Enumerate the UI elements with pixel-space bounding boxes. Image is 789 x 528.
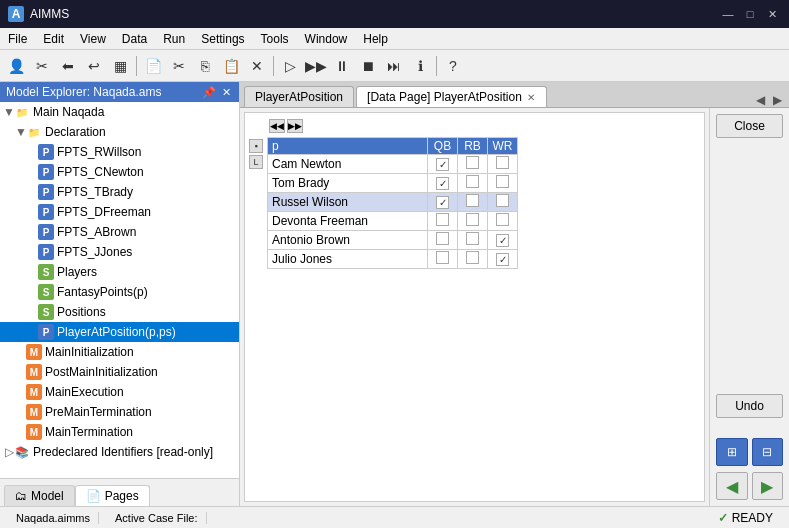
toolbar-cut-icon[interactable]: ✂ xyxy=(30,54,54,78)
checkbox-cell[interactable] xyxy=(458,193,488,212)
tree-item-jjones[interactable]: ▷ P FPTS_JJones xyxy=(0,242,239,262)
tree-item-fantasypoints[interactable]: ▷ S FantasyPoints(p) xyxy=(0,282,239,302)
tree-item-positions[interactable]: ▷ S Positions xyxy=(0,302,239,322)
toolbar-scissors-icon[interactable]: ✂ xyxy=(167,54,191,78)
close-window-button[interactable]: ✕ xyxy=(763,6,781,22)
checkbox-cell[interactable] xyxy=(458,155,488,174)
tree-toggle-declaration[interactable]: ▼ xyxy=(16,125,26,139)
tree-item-abrown[interactable]: ▷ P FPTS_ABrown xyxy=(0,222,239,242)
checkbox[interactable] xyxy=(436,232,449,245)
checkbox-cell[interactable] xyxy=(488,174,518,193)
checkbox[interactable] xyxy=(466,194,479,207)
tab-pages[interactable]: 📄 Pages xyxy=(75,485,150,506)
toolbar-user-icon[interactable]: 👤 xyxy=(4,54,28,78)
menu-settings[interactable]: Settings xyxy=(193,28,252,49)
tree-item-mainterm[interactable]: ▷ M MainTermination xyxy=(0,422,239,442)
checkbox[interactable] xyxy=(466,156,479,169)
tree-item-declaration[interactable]: ▼ 📁 Declaration xyxy=(0,122,239,142)
toolbar-copy-icon[interactable]: ⎘ xyxy=(193,54,217,78)
nav-left-button[interactable]: ◀ xyxy=(716,472,748,500)
tree-item-cnewton[interactable]: ▷ P FPTS_CNewton xyxy=(0,162,239,182)
checkbox[interactable] xyxy=(436,251,449,264)
menu-edit[interactable]: Edit xyxy=(35,28,72,49)
checkbox-cell[interactable] xyxy=(458,212,488,231)
tab-nav-left[interactable]: ◀ xyxy=(753,93,768,107)
menu-view[interactable]: View xyxy=(72,28,114,49)
grid-nav-expand[interactable]: ▶▶ xyxy=(287,119,303,133)
checkbox[interactable] xyxy=(436,196,449,209)
checkbox[interactable] xyxy=(466,232,479,245)
checkbox[interactable] xyxy=(496,213,509,226)
checkbox[interactable] xyxy=(496,253,509,266)
tree-item-playeratposition[interactable]: ▷ P PlayerAtPosition(p,ps) xyxy=(0,322,239,342)
grid-nav-collapse[interactable]: ◀◀ xyxy=(269,119,285,133)
table-row[interactable]: Antonio Brown xyxy=(268,231,518,250)
tree-toggle-predeclared[interactable]: ▷ xyxy=(4,445,14,459)
menu-tools[interactable]: Tools xyxy=(253,28,297,49)
toolbar-paste-icon[interactable]: 📋 xyxy=(219,54,243,78)
toolbar-run5-icon[interactable]: ⏭ xyxy=(382,54,406,78)
toolbar-grid-icon[interactable]: ▦ xyxy=(108,54,132,78)
toolbar-undo-icon[interactable]: ↩ xyxy=(82,54,106,78)
checkbox[interactable] xyxy=(436,158,449,171)
checkbox[interactable] xyxy=(466,175,479,188)
checkbox-cell[interactable] xyxy=(428,174,458,193)
tab-datapage-playeratposition[interactable]: [Data Page] PlayerAtPosition ✕ xyxy=(356,86,547,107)
tab-model[interactable]: 🗂 Model xyxy=(4,485,75,506)
menu-data[interactable]: Data xyxy=(114,28,155,49)
color-btn-2[interactable]: ⊟ xyxy=(752,438,784,466)
checkbox-cell[interactable] xyxy=(428,212,458,231)
checkbox[interactable] xyxy=(496,156,509,169)
table-row[interactable]: Tom Brady xyxy=(268,174,518,193)
tree-item-tbrady[interactable]: ▷ P FPTS_TBrady xyxy=(0,182,239,202)
checkbox-cell[interactable] xyxy=(428,155,458,174)
tree-item-postmaininit[interactable]: ▷ M PostMainInitialization xyxy=(0,362,239,382)
checkbox-cell[interactable] xyxy=(488,212,518,231)
checkbox-cell[interactable] xyxy=(488,193,518,212)
tree-item-dfreeman[interactable]: ▷ P FPTS_DFreeman xyxy=(0,202,239,222)
panel-pin-button[interactable]: 📌 xyxy=(200,86,218,99)
tree-item-players[interactable]: ▷ S Players xyxy=(0,262,239,282)
tree-item-premainterm[interactable]: ▷ M PreMainTermination xyxy=(0,402,239,422)
tree-item-maininitialization[interactable]: ▷ M MainInitialization xyxy=(0,342,239,362)
menu-help[interactable]: Help xyxy=(355,28,396,49)
tree-toggle-root[interactable]: ▼ xyxy=(4,105,14,119)
minimize-button[interactable]: — xyxy=(719,6,737,22)
table-row[interactable]: Devonta Freeman xyxy=(268,212,518,231)
tree-item-mainexecution[interactable]: ▷ M MainExecution xyxy=(0,382,239,402)
panel-close-button[interactable]: ✕ xyxy=(220,86,233,99)
toolbar-run3-icon[interactable]: ⏸ xyxy=(330,54,354,78)
checkbox[interactable] xyxy=(436,177,449,190)
toolbar-run4-icon[interactable]: ⏹ xyxy=(356,54,380,78)
checkbox-cell[interactable] xyxy=(428,193,458,212)
toolbar-run2-icon[interactable]: ▶▶ xyxy=(304,54,328,78)
tab-close-button[interactable]: ✕ xyxy=(526,92,536,103)
grid-ctrl-btn-top[interactable]: ▪ xyxy=(249,139,263,153)
toolbar-page-icon[interactable]: 📄 xyxy=(141,54,165,78)
tab-nav-right[interactable]: ▶ xyxy=(770,93,785,107)
checkbox[interactable] xyxy=(466,213,479,226)
table-row[interactable]: Julio Jones xyxy=(268,250,518,269)
tree-root[interactable]: ▼ 📁 Main Naqada xyxy=(0,102,239,122)
table-row[interactable]: Cam Newton xyxy=(268,155,518,174)
checkbox-cell[interactable] xyxy=(458,231,488,250)
toolbar-back-icon[interactable]: ⬅ xyxy=(56,54,80,78)
color-btn-1[interactable]: ⊞ xyxy=(716,438,748,466)
checkbox-cell[interactable] xyxy=(458,250,488,269)
checkbox-cell[interactable] xyxy=(488,250,518,269)
checkbox-cell[interactable] xyxy=(428,231,458,250)
maximize-button[interactable]: □ xyxy=(741,6,759,22)
menu-run[interactable]: Run xyxy=(155,28,193,49)
menu-file[interactable]: File xyxy=(0,28,35,49)
table-row[interactable]: Russel Wilson xyxy=(268,193,518,212)
tab-playeratposition[interactable]: PlayerAtPosition xyxy=(244,86,354,107)
checkbox[interactable] xyxy=(496,234,509,247)
toolbar-run1-icon[interactable]: ▷ xyxy=(278,54,302,78)
nav-right-button[interactable]: ▶ xyxy=(752,472,784,500)
toolbar-delete-icon[interactable]: ✕ xyxy=(245,54,269,78)
tree-item-predeclared[interactable]: ▷ 📚 Predeclared Identifiers [read-only] xyxy=(0,442,239,462)
tree-item-rwillson[interactable]: ▷ P FPTS_RWillson xyxy=(0,142,239,162)
checkbox[interactable] xyxy=(496,175,509,188)
close-button[interactable]: Close xyxy=(716,114,783,138)
checkbox-cell[interactable] xyxy=(488,155,518,174)
